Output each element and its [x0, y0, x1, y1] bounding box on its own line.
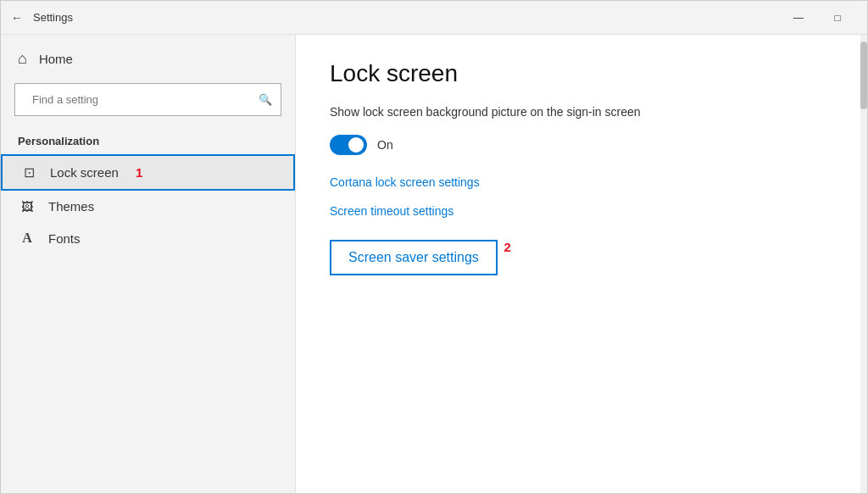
back-button[interactable]: ←: [11, 11, 23, 25]
minimize-button[interactable]: —: [779, 1, 818, 35]
search-wrapper[interactable]: 🔍: [14, 83, 281, 116]
search-container: 🔍: [14, 83, 281, 116]
lock-screen-toggle[interactable]: [330, 135, 367, 155]
themes-icon: 🖼: [18, 200, 36, 214]
sidebar-item-fonts-label: Fonts: [48, 231, 81, 246]
page-title: Lock screen: [330, 60, 833, 87]
window-title: Settings: [33, 11, 73, 24]
screen-timeout-link[interactable]: Screen timeout settings: [330, 204, 833, 218]
settings-window: ← Settings — □ ⌂ Home 🔍 Personalization: [0, 0, 868, 494]
sidebar-section-title: Personalization: [1, 130, 295, 154]
screen-saver-settings-link: Screen saver settings: [348, 250, 479, 264]
titlebar: ← Settings — □: [1, 1, 867, 35]
main-area: ⌂ Home 🔍 Personalization ⊡ Lock screen 1: [1, 35, 867, 493]
search-icon: 🔍: [259, 93, 272, 106]
screen-saver-settings-box[interactable]: Screen saver settings 2: [330, 240, 498, 275]
toggle-state-label: On: [377, 138, 393, 152]
home-icon: ⌂: [18, 50, 27, 68]
sidebar-item-fonts[interactable]: A Fonts: [1, 222, 295, 254]
sidebar: ⌂ Home 🔍 Personalization ⊡ Lock screen 1: [1, 35, 296, 493]
lock-screen-icon: ⊡: [19, 164, 38, 180]
sidebar-item-lock-screen[interactable]: ⊡ Lock screen 1: [1, 154, 295, 191]
window-controls: — □: [779, 1, 857, 35]
scrollbar-thumb[interactable]: [860, 42, 867, 109]
toggle-row: On: [330, 135, 833, 155]
sidebar-item-home[interactable]: ⌂ Home: [1, 42, 295, 76]
toggle-knob: [348, 137, 364, 153]
sidebar-item-themes[interactable]: 🖼 Themes: [1, 191, 295, 222]
cortana-link[interactable]: Cortana lock screen settings: [330, 175, 833, 189]
lock-screen-badge: 1: [136, 165, 142, 180]
sidebar-item-lock-screen-label: Lock screen: [50, 165, 119, 180]
content-pane: Lock screen Show lock screen background …: [296, 35, 867, 493]
content-description: Show lock screen background picture on t…: [330, 104, 669, 121]
sidebar-item-themes-label: Themes: [48, 199, 94, 214]
maximize-button[interactable]: □: [818, 1, 857, 35]
sidebar-home-label: Home: [39, 52, 73, 66]
scrollbar[interactable]: [860, 35, 867, 493]
screen-saver-badge: 2: [504, 240, 511, 254]
fonts-icon: A: [18, 230, 36, 246]
search-input[interactable]: [24, 88, 259, 111]
